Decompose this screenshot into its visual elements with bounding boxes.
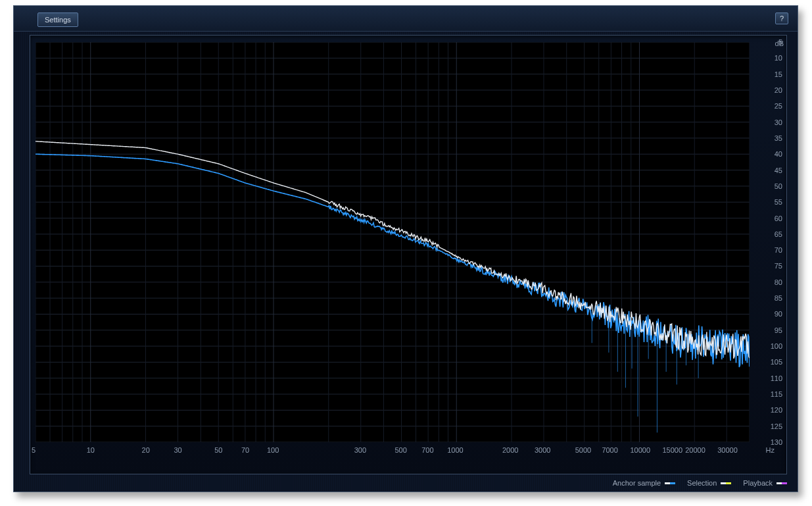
y-tick-label: 75 bbox=[775, 262, 782, 270]
y-tick-label: 125 bbox=[771, 422, 782, 430]
y-tick-label: 110 bbox=[771, 374, 782, 382]
legend-label: Selection bbox=[687, 479, 717, 487]
legend-entry[interactable]: Anchor sample bbox=[613, 479, 675, 487]
x-tick-label: 1000 bbox=[447, 446, 463, 454]
x-tick-label: 20000 bbox=[685, 446, 705, 454]
x-tick-label: 2000 bbox=[502, 446, 518, 454]
x-axis-unit: Hz bbox=[766, 446, 775, 454]
x-tick-label: 15000 bbox=[662, 446, 682, 454]
x-tick-label: 7000 bbox=[602, 446, 617, 454]
y-tick-label: 90 bbox=[775, 310, 782, 318]
y-tick-label: 45 bbox=[775, 166, 782, 174]
legend-swatch bbox=[721, 482, 731, 484]
help-button[interactable]: ? bbox=[775, 13, 788, 24]
x-tick-label: 30000 bbox=[717, 446, 738, 454]
y-tick-label: 100 bbox=[771, 342, 782, 350]
x-tick-label: 3000 bbox=[535, 446, 550, 454]
y-tick-label: 20 bbox=[775, 86, 782, 94]
x-tick-label: 20 bbox=[142, 446, 150, 454]
x-tick-label: 10 bbox=[87, 446, 95, 454]
settings-button[interactable]: Settings bbox=[37, 13, 78, 27]
legend-label: Playback bbox=[743, 479, 773, 487]
y-tick-label: 130 bbox=[771, 438, 782, 446]
x-tick-label: 100 bbox=[267, 446, 279, 454]
x-tick-label: 5 bbox=[32, 446, 36, 454]
y-tick-label: 10 bbox=[775, 54, 782, 62]
x-tick-label: 50 bbox=[214, 446, 222, 454]
x-tick-label: 30 bbox=[174, 446, 182, 454]
legend-label: Anchor sample bbox=[613, 479, 661, 487]
legend-swatch bbox=[665, 482, 675, 484]
x-tick-label: 70 bbox=[241, 446, 249, 454]
spectrum-window: Settings ? dB Hz 51015202530354045505560… bbox=[13, 5, 798, 492]
y-tick-label: 35 bbox=[775, 134, 782, 142]
plot-bevel: dB Hz 5101520253035404550556065707580859… bbox=[30, 35, 787, 474]
legend-entry[interactable]: Selection bbox=[687, 479, 731, 487]
x-tick-label: 10000 bbox=[630, 446, 650, 454]
y-tick-label: 5 bbox=[778, 38, 782, 46]
y-tick-label: 65 bbox=[775, 230, 782, 238]
y-tick-label: 95 bbox=[775, 326, 782, 334]
y-tick-label: 60 bbox=[775, 215, 782, 222]
y-tick-label: 40 bbox=[775, 150, 782, 158]
legend-entry[interactable]: Playback bbox=[743, 479, 787, 487]
y-tick-label: 25 bbox=[775, 102, 782, 110]
x-tick-label: 700 bbox=[421, 446, 433, 454]
y-tick-label: 30 bbox=[775, 118, 782, 126]
y-tick-label: 105 bbox=[771, 358, 782, 366]
x-tick-label: 500 bbox=[394, 446, 406, 454]
topbar: Settings ? bbox=[14, 6, 798, 32]
legend-swatch bbox=[776, 482, 787, 484]
y-tick-label: 85 bbox=[775, 294, 782, 302]
curves-layer bbox=[36, 42, 750, 442]
y-tick-label: 70 bbox=[775, 246, 782, 254]
y-tick-label: 120 bbox=[771, 406, 782, 414]
y-tick-label: 55 bbox=[775, 198, 782, 206]
y-tick-label: 115 bbox=[771, 390, 782, 398]
spectrum-plot[interactable] bbox=[36, 42, 750, 442]
legend: Anchor sampleSelectionPlayback bbox=[613, 477, 787, 489]
y-tick-label: 80 bbox=[775, 278, 782, 286]
x-tick-label: 300 bbox=[354, 446, 366, 454]
y-tick-label: 15 bbox=[775, 70, 782, 78]
y-tick-label: 50 bbox=[775, 182, 782, 190]
x-tick-label: 5000 bbox=[575, 446, 591, 454]
